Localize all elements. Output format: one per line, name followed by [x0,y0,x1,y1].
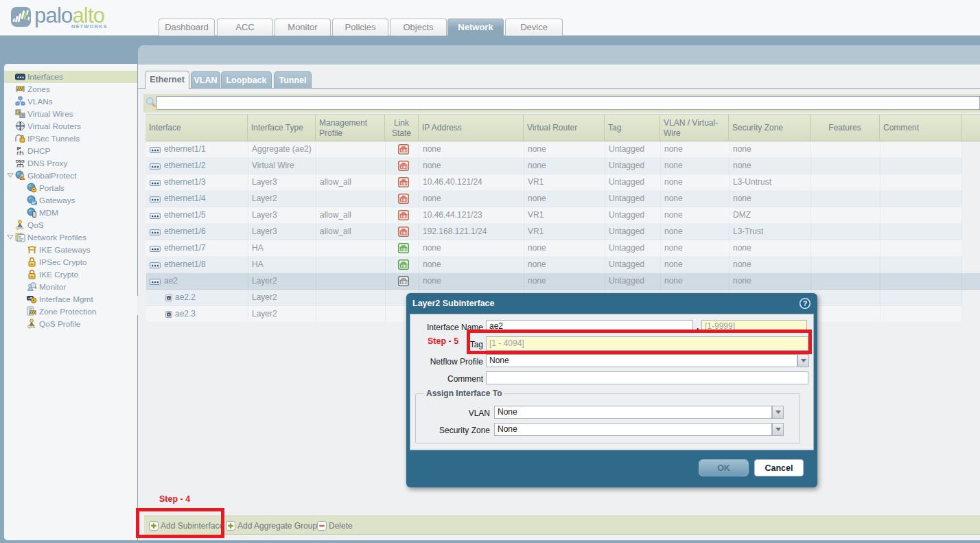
svg-text:IP: IP [17,146,22,151]
svg-text:DNS: DNS [16,159,25,163]
svg-text:QoS: QoS [16,226,24,230]
svg-text:QoS: QoS [27,325,36,329]
svg-text:?: ? [803,299,808,308]
